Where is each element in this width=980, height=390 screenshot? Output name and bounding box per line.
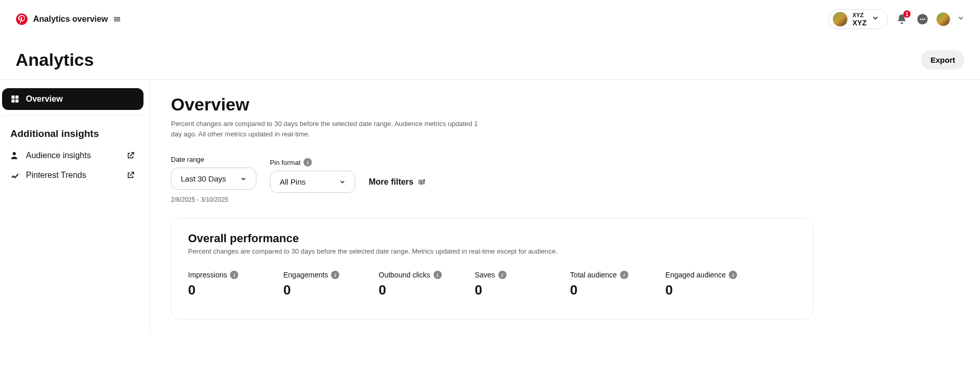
svg-rect-6 — [16, 95, 19, 99]
account-line1: XYZ — [853, 12, 867, 18]
chevron-down-icon — [240, 176, 247, 182]
profile-chevron-down-icon[interactable] — [957, 15, 964, 24]
chevron-down-icon — [339, 179, 345, 185]
overview-heading: Overview — [171, 94, 959, 115]
metric-label: Impressions — [188, 271, 227, 279]
external-link-icon — [126, 151, 135, 160]
pinterest-logo-icon[interactable] — [16, 13, 28, 25]
info-icon[interactable]: i — [729, 271, 737, 279]
metric-value: 0 — [570, 282, 632, 298]
account-switcher[interactable]: XYZ XYZ — [828, 9, 888, 29]
pin-format-value: All Pins — [280, 177, 306, 186]
metric-saves[interactable]: Saves i 0 — [475, 271, 537, 298]
more-filters-label: More filters — [369, 177, 413, 187]
date-range-select[interactable]: Last 30 Days — [171, 168, 256, 190]
svg-rect-8 — [16, 100, 19, 103]
export-button[interactable]: Export — [921, 50, 964, 69]
sidebar-link-pinterest-trends[interactable]: Pinterest Trends — [2, 165, 143, 185]
svg-point-2 — [920, 19, 921, 20]
metric-label: Engaged audience — [666, 271, 726, 279]
notification-badge: 1 — [903, 10, 911, 18]
info-icon[interactable]: i — [230, 271, 238, 279]
svg-point-4 — [924, 19, 925, 20]
dashboard-icon — [10, 94, 20, 104]
metric-engagements[interactable]: Engagements i 0 — [283, 271, 345, 298]
metric-label: Engagements — [283, 271, 328, 279]
page-title: Analytics — [16, 50, 94, 70]
sidebar-section-title: Additional insights — [2, 115, 143, 146]
avatar — [833, 12, 847, 26]
svg-point-9 — [13, 152, 16, 155]
more-filters-button[interactable]: More filters — [369, 177, 426, 203]
info-icon[interactable]: i — [434, 271, 442, 279]
metric-value: 0 — [283, 282, 345, 298]
performance-subtext: Percent changes are compared to 30 days … — [188, 247, 796, 255]
metric-label: Outbound clicks — [379, 271, 430, 279]
messages-icon[interactable] — [916, 12, 929, 26]
info-icon[interactable]: i — [304, 158, 312, 166]
sidebar-item-overview[interactable]: Overview — [2, 88, 143, 110]
date-range-label: Date range — [171, 156, 256, 163]
svg-rect-5 — [11, 95, 15, 99]
sidebar-link-label: Audience insights — [26, 151, 91, 160]
metric-label: Total audience — [570, 271, 617, 279]
metric-value: 0 — [475, 282, 537, 298]
overview-subtext: Percent changes are compared to 30 days … — [171, 119, 482, 139]
sliders-icon — [417, 178, 426, 186]
sidebar-link-audience-insights[interactable]: Audience insights — [2, 146, 143, 165]
svg-rect-7 — [11, 100, 15, 103]
breadcrumb-title[interactable]: Analytics overview — [33, 15, 108, 24]
notifications-bell-icon[interactable]: 1 — [895, 12, 909, 26]
pin-format-select[interactable]: All Pins — [270, 171, 355, 193]
external-link-icon — [126, 171, 135, 180]
account-line2: XYZ — [853, 19, 867, 26]
audience-icon — [10, 151, 20, 160]
metric-impressions[interactable]: Impressions i 0 — [188, 271, 250, 298]
performance-title: Overall performance — [188, 232, 796, 245]
metric-value: 0 — [188, 282, 250, 298]
metric-total-audience[interactable]: Total audience i 0 — [570, 271, 632, 298]
profile-avatar[interactable] — [936, 12, 950, 26]
hamburger-icon[interactable] — [113, 15, 121, 23]
metric-value: 0 — [666, 282, 738, 298]
chevron-down-icon — [872, 15, 879, 24]
info-icon[interactable]: i — [331, 271, 339, 279]
date-range-value: Last 30 Days — [181, 174, 226, 183]
info-icon[interactable]: i — [620, 271, 628, 279]
overall-performance-card: Overall performance Percent changes are … — [171, 218, 813, 319]
info-icon[interactable]: i — [498, 271, 507, 279]
svg-point-3 — [922, 19, 924, 20]
metric-label: Saves — [475, 271, 495, 279]
metric-value: 0 — [379, 282, 442, 298]
trends-icon — [10, 171, 20, 180]
pin-format-label: Pin format — [270, 159, 300, 166]
sidebar-item-label: Overview — [26, 94, 63, 104]
metric-outbound-clicks[interactable]: Outbound clicks i 0 — [379, 271, 442, 298]
sidebar-link-label: Pinterest Trends — [26, 171, 87, 180]
date-range-sub: 2/8/2025 - 3/10/2025 — [171, 196, 256, 203]
metric-engaged-audience[interactable]: Engaged audience i 0 — [666, 271, 738, 298]
